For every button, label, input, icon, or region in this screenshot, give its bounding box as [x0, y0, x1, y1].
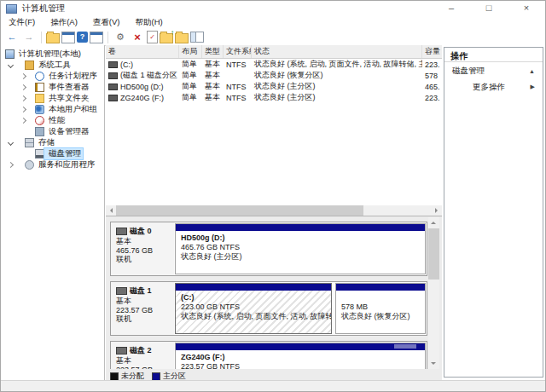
menu-action[interactable]: 操作(A): [43, 17, 85, 28]
collapse-icon[interactable]: ▲: [529, 68, 535, 74]
volume-name: (C:): [120, 61, 133, 69]
partition-d[interactable]: HD500g (D:) 465.76 GB NTFS 状态良好 (主分区): [175, 223, 426, 274]
tool-icon[interactable]: ⚙: [113, 31, 128, 44]
tree-item-system-tools[interactable]: 系统工具: [1, 60, 104, 71]
column-header-status[interactable]: 状态: [252, 45, 422, 58]
expand-chevron[interactable]: [20, 84, 26, 90]
show-window-icon[interactable]: [90, 32, 103, 43]
tree-item-label: 任务计划程序: [49, 71, 97, 82]
column-header-type[interactable]: 类型: [202, 45, 224, 58]
icon-glyph: ?: [80, 33, 85, 41]
disk-1-header[interactable]: 磁盘 1 基本 223.57 GB 联机: [111, 282, 174, 335]
forward-icon[interactable]: →: [21, 31, 37, 44]
tree-item-label: 存储: [38, 137, 55, 148]
expand-chevron[interactable]: [7, 162, 13, 168]
column-header-volume[interactable]: 卷: [106, 45, 179, 58]
disk-0-header[interactable]: 磁盘 0 基本 465.76 GB 联机: [111, 222, 174, 275]
column-header-filesystem[interactable]: 文件系统: [224, 45, 252, 58]
tree-item-computer-management[interactable]: 计算机管理(本地): [1, 49, 104, 60]
tree-item-task-scheduler[interactable]: 任务计划程序: [1, 71, 104, 82]
clock-icon: [35, 72, 44, 81]
app-icon: [6, 4, 17, 14]
toolbar-separator: [41, 32, 42, 43]
back-icon[interactable]: ←: [4, 31, 20, 44]
scroll-up-arrow[interactable]: [428, 217, 439, 228]
expand-chevron[interactable]: [7, 62, 13, 68]
toolbar: ← → ? ⚙ × ✓ ↑: [1, 29, 545, 46]
scrollbar-thumb[interactable]: [116, 205, 363, 216]
actions-group-disk-management[interactable]: 磁盘管理 ▲: [444, 62, 543, 79]
window-title: 计算机管理: [22, 3, 65, 14]
volume-filesystem: NTFS: [224, 83, 252, 91]
properties-icon[interactable]: ✓: [147, 31, 158, 43]
expand-chevron[interactable]: [7, 140, 13, 146]
tree-item-disk-management[interactable]: 磁盘管理: [1, 148, 104, 159]
scrollbar-thumb[interactable]: [428, 228, 439, 280]
volume-capacity: 223.: [422, 94, 442, 102]
actions-pane: 操作 磁盘管理 ▲ 更多操作 ▶: [442, 45, 545, 381]
icon-glyph: ←: [8, 32, 17, 42]
horizontal-scrollbar[interactable]: [106, 205, 442, 216]
expand-chevron[interactable]: [20, 95, 26, 101]
volume-layout: 简单: [179, 92, 202, 103]
minimize-button[interactable]: –: [433, 1, 470, 16]
folder-up-icon[interactable]: ↑: [160, 33, 173, 43]
maximize-button[interactable]: □: [470, 1, 508, 16]
menu-file[interactable]: 文件(F): [1, 17, 43, 28]
icon-glyph: ×: [134, 32, 141, 43]
volume-row-recovery[interactable]: (磁盘 1 磁盘分区 2) 简单 基本 状态良好 (恢复分区) 578: [106, 70, 442, 81]
tree-item-shared-folders[interactable]: 共享文件夹: [1, 93, 104, 104]
tree-item-services-applications[interactable]: 服务和应用程序: [1, 159, 104, 170]
volume-list-header: 卷 布局 类型 文件系统 状态 容量: [106, 45, 442, 59]
disk-name: 磁盘 2: [130, 345, 152, 356]
folder-edit-icon[interactable]: [175, 33, 189, 43]
column-header-capacity[interactable]: 容量: [422, 45, 442, 58]
more-actions-label: 更多操作: [473, 82, 505, 93]
panel-icon[interactable]: [190, 32, 204, 43]
console-window-icon[interactable]: [61, 32, 75, 43]
volume-capacity: 465.: [422, 83, 442, 91]
partition-f[interactable]: ZG240G (F:) 223.57 GB NTFS: [175, 343, 426, 369]
tree-item-event-viewer[interactable]: 事件查看器: [1, 82, 104, 93]
close-button[interactable]: ×: [508, 1, 545, 16]
expand-right-icon[interactable]: ▶: [531, 84, 535, 90]
scroll-left-arrow[interactable]: [106, 205, 116, 216]
volume-status: 状态良好 (系统, 启动, 页面文件, 活动, 故障转储, 主分区): [252, 59, 422, 70]
partition-type-strip: [176, 284, 331, 291]
disk-drive-icon: [116, 287, 127, 295]
scroll-right-arrow[interactable]: [432, 205, 442, 216]
partition-c[interactable]: (C:) 223.00 GB NTFS 状态良好 (系统, 启动, 页面文件, …: [175, 283, 332, 334]
tree-item-device-manager[interactable]: 设备管理器: [1, 126, 104, 137]
export-icon[interactable]: [46, 33, 60, 43]
delete-icon[interactable]: ×: [130, 31, 145, 44]
expand-chevron[interactable]: [20, 107, 26, 112]
column-header-layout[interactable]: 布局: [179, 45, 202, 58]
disk-0-card: 磁盘 0 基本 465.76 GB 联机 HD500g (D:) 465.76 …: [110, 222, 427, 276]
expand-chevron[interactable]: [20, 118, 26, 124]
partition-type-strip: [176, 224, 425, 231]
vertical-scrollbar[interactable]: [428, 217, 439, 369]
partition-recovery[interactable]: 578 MB 状态良好 (恢复分区): [335, 283, 426, 334]
disk-graphical-view: 磁盘 0 基本 465.76 GB 联机 HD500g (D:) 465.76 …: [106, 216, 442, 381]
tree-item-local-users-groups[interactable]: 本地用户和组: [1, 104, 104, 115]
scroll-down-arrow[interactable]: [428, 359, 439, 369]
volume-name: HD500g (D:): [120, 83, 164, 91]
volume-row-f[interactable]: ZG240G (F:) 简单 基本 NTFS 状态良好 (主分区) 223.: [106, 92, 442, 103]
help-icon[interactable]: ?: [77, 32, 88, 43]
actions-more-actions[interactable]: 更多操作 ▶: [444, 79, 543, 95]
volume-icon: [108, 72, 118, 79]
tree-item-storage[interactable]: 存储: [1, 137, 104, 148]
volume-row-c[interactable]: (C:) 简单 基本 NTFS 状态良好 (系统, 启动, 页面文件, 活动, …: [106, 59, 442, 70]
volume-filesystem: NTFS: [224, 61, 252, 69]
tree-item-performance[interactable]: 性能: [1, 115, 104, 126]
disk-2-header[interactable]: 磁盘 2 基本 223.57 GB: [111, 342, 174, 369]
menu-help[interactable]: 帮助(H): [127, 17, 170, 28]
disk-drive-icon: [116, 228, 127, 235]
tree-item-label: 服务和应用程序: [38, 159, 96, 170]
menu-view[interactable]: 查看(V): [85, 17, 128, 28]
disk-kind: 基本: [116, 356, 174, 366]
disk-kind: 基本: [116, 297, 174, 306]
volume-status: 状态良好 (主分区): [252, 81, 422, 92]
volume-row-d[interactable]: HD500g (D:) 简单 基本 NTFS 状态良好 (主分区) 465.: [106, 81, 442, 92]
expand-chevron[interactable]: [20, 73, 26, 79]
